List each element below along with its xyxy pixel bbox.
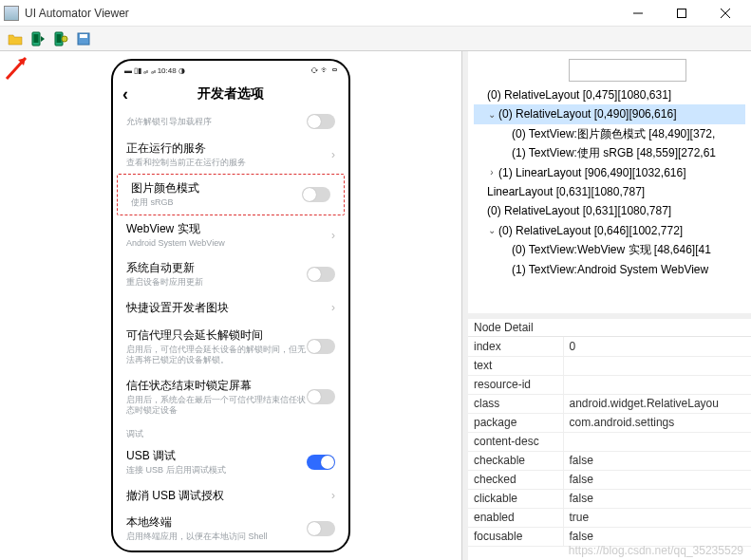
tree-node-label: (1) TextView:使用 sRGB [48,559][272,61 [512,143,716,162]
watermark: https://blog.csdn.net/qq_35235529 [569,544,743,557]
tree-node[interactable]: (0) TextView:WebView 实现 [48,646][41 [474,240,745,259]
settings-row[interactable]: 允许解锁引导加载程序 [113,108,348,135]
tree-node[interactable]: ⌄(0) RelativeLayout [0,490][906,616] [474,104,745,123]
settings-row[interactable]: 快捷设置开发者图块› [113,294,348,322]
tree-node[interactable]: (0) RelativeLayout [0,475][1080,631] [474,85,745,104]
row-title: 快捷设置开发者图块 [126,300,326,316]
toggle-switch[interactable] [307,267,335,282]
minimize-button[interactable] [616,0,660,27]
device-screenshot-uix-button[interactable] [51,29,70,48]
settings-row[interactable]: 可信代理只会延长解锁时间启用后，可信代理会延长设备的解锁时间，但无法再将已锁定的… [113,322,348,372]
tree-node-label: LinearLayout [0,631][1080,787] [487,182,645,201]
row-title: USB 调试 [126,448,307,464]
detail-value: true [563,508,751,527]
detail-header: Node Detail [468,319,751,337]
row-subtitle: Android System WebView [126,238,326,250]
status-signal: ▬ ▯▮ ₐₗₗ ₐₗₗ [124,66,156,75]
titlebar: UI Automator Viewer [0,0,751,27]
detail-row[interactable]: checkablefalse [468,451,751,470]
tree-node[interactable]: (0) TextView:图片颜色模式 [48,490][372, [474,124,745,143]
maximize-button[interactable] [660,0,704,27]
tree-node[interactable]: ⌄(0) RelativeLayout [0,646][1002,772] [474,221,745,240]
tree-node-label: (0) RelativeLayout [0,475][1080,631] [487,85,671,104]
detail-row[interactable]: packagecom.android.settings [468,413,751,432]
toggle-switch[interactable] [307,521,335,536]
phone-header-title: 开发者选项 [197,85,264,103]
detail-key: resource-id [468,375,563,394]
detail-table[interactable]: index0textresource-idclassandroid.widget… [468,337,751,560]
toggle-switch[interactable] [307,114,335,129]
toggle-switch[interactable] [302,187,330,202]
detail-value: false [563,527,751,546]
detail-key: index [468,337,563,356]
device-screenshot-button[interactable] [28,29,47,48]
tree-node-label: (0) RelativeLayout [0,646][1002,772] [498,221,683,240]
tree-node[interactable]: LinearLayout [0,631][1080,787] [474,182,745,201]
window-title: UI Automator Viewer [25,7,616,20]
status-right: ⟳ ᯤ ▭ [310,65,337,75]
svg-rect-1 [678,9,686,17]
detail-value [563,375,751,394]
tree-node[interactable]: (1) TextView:使用 sRGB [48,559][272,61 [474,143,745,162]
tree-expander-icon[interactable]: ⌄ [485,222,498,238]
save-button[interactable] [74,29,93,48]
row-subtitle: 使用 sRGB [131,197,302,209]
settings-row[interactable]: USB 调试连接 USB 后启用调试模式 [113,442,348,481]
detail-row[interactable]: text [468,356,751,375]
back-icon[interactable]: ‹ [122,84,128,104]
detail-row[interactable]: resource-id [468,375,751,394]
hierarchy-tree[interactable]: (0) RelativeLayout [0,475][1080,631]⌄(0)… [468,51,751,313]
tree-expander-icon[interactable]: › [485,164,498,180]
status-time: 10:48 [158,66,177,75]
detail-row[interactable]: classandroid.widget.RelativeLayou [468,394,751,413]
settings-list[interactable]: 允许解锁引导加载程序正在运行的服务查看和控制当前正在运行的服务›图片颜色模式使用… [113,108,348,551]
close-button[interactable] [704,0,747,27]
tree-node[interactable]: (0) RelativeLayout [0,631][1080,787] [474,201,745,220]
detail-value: android.widget.RelativeLayou [563,394,751,413]
detail-value [563,432,751,451]
settings-row[interactable]: 本地终端启用终端应用，以便在本地访问 Shell [113,509,348,548]
detail-row[interactable]: clickablefalse [468,489,751,508]
detail-row[interactable]: focusablefalse [468,527,751,546]
detail-row[interactable]: content-desc [468,432,751,451]
row-subtitle: 启用后，系统会在最后一个可信代理结束信任状态时锁定设备 [126,395,307,417]
screenshot-pane[interactable]: ▬ ▯▮ ₐₗₗ ₐₗₗ10:48 ◑ ⟳ ᯤ ▭ ‹ 开发者选项 允许解锁引导… [0,51,462,560]
detail-value: false [563,451,751,470]
settings-row[interactable]: 正在运行的服务查看和控制当前正在运行的服务› [113,135,348,174]
open-file-button[interactable] [6,29,25,48]
toggle-switch[interactable] [307,339,335,354]
node-detail-pane: Node Detail index0textresource-idclassan… [468,319,751,560]
settings-row[interactable]: 系统自动更新重启设备时应用更新 [113,254,348,293]
detail-key: checkable [468,451,563,470]
row-subtitle: 启用终端应用，以便在本地访问 Shell [126,532,307,543]
detail-key: class [468,394,563,413]
settings-row[interactable]: WebView 实现Android System WebView› [113,215,348,254]
chevron-right-icon: › [331,229,335,242]
tree-node-label: (0) TextView:WebView 实现 [48,646][41 [512,240,711,259]
detail-row[interactable]: enabledtrue [468,508,751,527]
detail-key: enabled [468,508,563,527]
tree-node-label: (1) LinearLayout [906,490][1032,616] [498,163,685,182]
tree-node-label: (0) RelativeLayout [0,490][906,616] [498,104,676,123]
toolbar [0,27,751,51]
tree-search-input[interactable] [569,59,686,82]
settings-row[interactable]: 撤消 USB 调试授权› [113,482,348,510]
detail-value: com.android.settings [563,413,751,432]
toggle-switch[interactable] [307,389,335,404]
settings-row[interactable]: 图片颜色模式使用 sRGB [117,174,345,215]
tree-node[interactable]: (1) TextView:Android System WebView [474,260,745,279]
right-pane: (0) RelativeLayout [0,475][1080,631]⌄(0)… [468,51,751,560]
settings-row[interactable]: 错误报告快捷方式在电源菜单中显示用于提交错误报告的按钮 [113,549,348,551]
toggle-switch[interactable] [307,455,335,470]
detail-row[interactable]: index0 [468,337,751,356]
row-subtitle: 查看和控制当前正在运行的服务 [126,158,326,169]
row-title: 可信代理只会延长解锁时间 [126,327,307,344]
detail-value: 0 [563,337,751,356]
settings-row[interactable]: 信任状态结束时锁定屏幕启用后，系统会在最后一个可信代理结束信任状态时锁定设备 [113,372,348,422]
svg-point-8 [62,36,67,42]
phone-header: ‹ 开发者选项 [113,80,348,108]
tree-expander-icon[interactable]: ⌄ [485,106,498,122]
detail-key: package [468,413,563,432]
detail-row[interactable]: checkedfalse [468,470,751,489]
tree-node[interactable]: ›(1) LinearLayout [906,490][1032,616] [474,163,745,182]
